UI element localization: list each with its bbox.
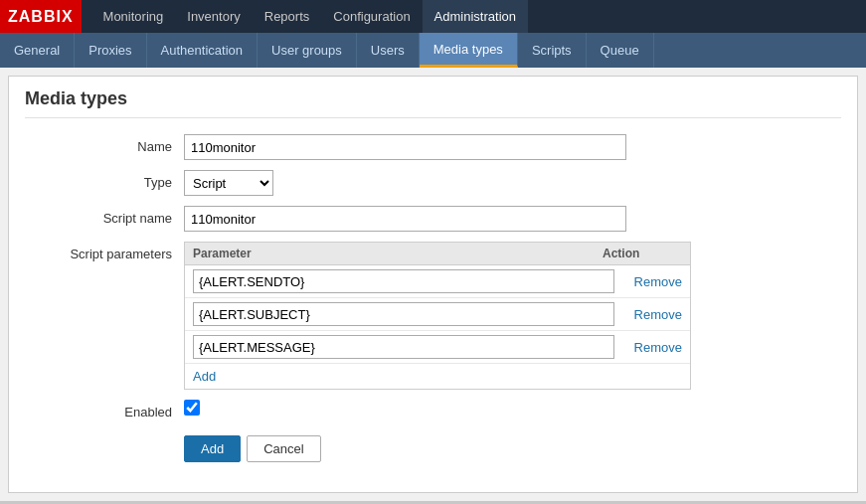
subnav-mediatypes[interactable]: Media types	[420, 33, 518, 68]
params-header-param-label: Parameter	[193, 247, 603, 260]
type-row: Type Script Email SMS Jabber Ez Texting	[25, 170, 841, 196]
logo-text: ZABBIX	[8, 8, 74, 26]
params-header: Parameter Action	[185, 243, 690, 265]
buttons-row: Add Cancel	[25, 435, 841, 462]
add-param-container: Add	[185, 364, 690, 389]
param-row-1: Remove	[185, 298, 690, 331]
script-name-label: Script name	[25, 206, 184, 226]
params-container: Parameter Action Remove Remove Remove Ad…	[184, 242, 691, 390]
nav-administration[interactable]: Administration	[423, 0, 528, 33]
subnav-scripts[interactable]: Scripts	[518, 33, 587, 68]
params-header-action-label: Action	[603, 247, 682, 260]
nav-configuration[interactable]: Configuration	[321, 0, 422, 33]
page-content: Media types Name Type Script Email SMS J…	[8, 76, 858, 493]
param-input-0[interactable]	[193, 269, 614, 293]
type-label: Type	[25, 170, 184, 190]
remove-link-2[interactable]: Remove	[622, 340, 682, 355]
script-name-input[interactable]	[184, 206, 626, 232]
nav-reports[interactable]: Reports	[253, 0, 322, 33]
sub-navigation: General Proxies Authentication User grou…	[0, 33, 866, 68]
type-select[interactable]: Script Email SMS Jabber Ez Texting	[184, 170, 273, 196]
remove-link-0[interactable]: Remove	[622, 274, 682, 289]
subnav-general[interactable]: General	[0, 33, 75, 68]
remove-link-1[interactable]: Remove	[622, 307, 682, 322]
subnav-proxies[interactable]: Proxies	[75, 33, 146, 68]
script-params-label: Script parameters	[25, 242, 184, 261]
add-button[interactable]: Add	[184, 435, 241, 462]
subnav-usergroups[interactable]: User groups	[258, 33, 357, 68]
enabled-checkbox[interactable]	[184, 400, 200, 416]
enabled-row: Enabled	[25, 400, 841, 420]
param-input-1[interactable]	[193, 302, 614, 326]
page-title: Media types	[25, 88, 841, 118]
script-params-row: Script parameters Parameter Action Remov…	[25, 242, 841, 390]
param-row-2: Remove	[185, 331, 690, 364]
nav-inventory[interactable]: Inventory	[175, 0, 252, 33]
script-name-row: Script name	[25, 206, 841, 232]
param-row-0: Remove	[185, 265, 690, 298]
enabled-label: Enabled	[25, 400, 184, 420]
name-label: Name	[25, 134, 184, 154]
subnav-queue[interactable]: Queue	[587, 33, 654, 68]
name-input[interactable]	[184, 134, 626, 160]
subnav-users[interactable]: Users	[357, 33, 420, 68]
subnav-authentication[interactable]: Authentication	[147, 33, 258, 68]
add-param-link[interactable]: Add	[185, 364, 224, 389]
buttons-spacer	[25, 435, 184, 440]
logo: ZABBIX	[0, 0, 82, 33]
nav-monitoring[interactable]: Monitoring	[91, 0, 176, 33]
cancel-button[interactable]: Cancel	[247, 435, 320, 462]
param-input-2[interactable]	[193, 335, 614, 359]
name-row: Name	[25, 134, 841, 160]
top-navigation: ZABBIX Monitoring Inventory Reports Conf…	[0, 0, 866, 33]
